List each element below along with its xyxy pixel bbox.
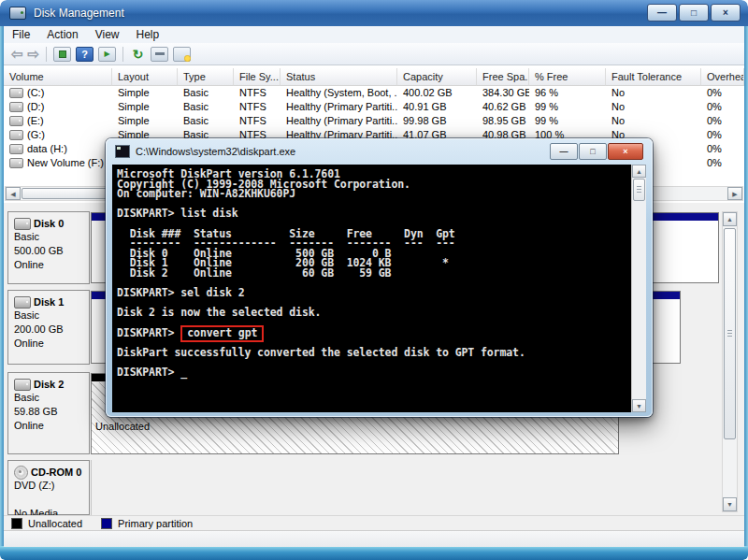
cdrom-icon [14,466,28,480]
disk1-label-panel[interactable]: Disk 1 Basic 200.00 GB Online [7,290,90,365]
disk2-label-panel[interactable]: Disk 2 Basic 59.88 GB Online [7,372,90,454]
column-header-capacity[interactable]: Capacity [397,68,477,86]
unallocated-region-label: Unallocated [95,421,150,432]
column-header-type[interactable]: Type [178,68,234,86]
scroll-right-icon[interactable]: ▶ [727,187,742,200]
help-icon[interactable]: ? [76,47,94,62]
column-header-fault-tolerance[interactable]: Fault Tolerance [606,68,701,86]
menu-view[interactable]: View [87,28,128,41]
disk0-label-panel[interactable]: Disk 0 Basic 500.00 GB Online [7,211,90,284]
console-convert-line: DISKPART> convert gpt [117,328,622,338]
disk-icon [14,218,31,230]
console-vscrollbar[interactable]: ▲ ▼ [631,165,646,412]
minimize-button[interactable]: — [647,4,677,22]
refresh-icon[interactable]: ↻ [130,48,146,61]
diskpart-titlebar[interactable]: C:\Windows\system32\diskpart.exe [115,145,295,158]
primary-partition-legend-swatch [101,518,112,529]
diskpart-minimize-button[interactable]: — [550,143,578,160]
column-header-overhead[interactable]: Overhead [701,68,744,86]
window-border-bottom [0,546,748,560]
cdrom-region-divider [91,460,92,515]
scroll-up-icon[interactable]: ▲ [632,165,646,178]
diskpart-window[interactable]: C:\Windows\system32\diskpart.exe — □ × M… [106,138,653,417]
scroll-down-icon[interactable]: ▼ [723,497,737,511]
volume-icon [9,102,23,112]
volume-icon [9,144,23,154]
column-header-volume[interactable]: Volume [4,68,112,86]
close-button[interactable]: × [711,4,741,22]
console-play-icon[interactable]: ▶ [98,47,116,62]
volume-icon [9,88,23,98]
forward-icon[interactable]: ⇨ [28,47,40,61]
toolbar: ⇦ ⇨ ? ▶ ↻ [4,43,744,65]
convert-gpt-highlight-box: convert gpt [180,325,264,342]
column-header-filesystem[interactable]: File Sy... [234,68,280,86]
column-header-pct-free[interactable]: % Free [529,68,606,86]
menu-bar: File Action View Help [4,26,744,44]
window-title: Disk Management [34,7,124,20]
console-window-icon[interactable] [53,47,71,62]
primary-partition-legend-label: Primary partition [118,518,193,529]
scroll-up-icon[interactable]: ▲ [723,212,737,226]
scroll-down-icon[interactable]: ▼ [632,399,646,412]
column-header-free-space[interactable]: Free Spa... [477,68,529,86]
volume-icon [9,158,23,168]
console-icon [115,145,130,158]
status-bar [4,530,744,547]
unallocated-legend-swatch [11,518,22,529]
main-titlebar[interactable]: Disk Management — □ × [0,0,748,27]
vscroll-thumb[interactable] [724,228,736,439]
disk-properties-icon[interactable] [151,47,168,62]
menu-help[interactable]: Help [128,28,168,41]
volume-icon [9,130,23,140]
diskpart-close-button[interactable]: × [608,143,643,160]
disk-settings-icon[interactable] [173,47,191,62]
diskpart-maximize-button[interactable]: □ [579,143,607,160]
console-scroll-thumb[interactable] [633,179,645,201]
menu-action[interactable]: Action [38,28,86,41]
legend-bar: Unallocated Primary partition [4,515,744,530]
table-row[interactable]: (E:) SimpleBasic NTFSHealthy (Primary Pa… [4,114,744,128]
disk-icon [14,379,31,391]
maximize-button[interactable]: □ [679,4,709,22]
console-output-area[interactable]: Microsoft DiskPart version 6.1.7601 Copy… [112,165,646,412]
disk-icon [14,296,31,309]
back-icon[interactable]: ⇦ [11,47,23,61]
volume-table-header: Volume Layout Type File Sy... Status Cap… [4,68,744,86]
toolbar-separator [122,47,123,62]
column-header-status[interactable]: Status [280,68,397,86]
toolbar-separator [46,47,47,62]
unallocated-legend-label: Unallocated [28,518,82,529]
disk-management-window: Disk Management — □ × File Action View H… [0,0,748,560]
disk-pane-vscrollbar[interactable]: ▲ ▼ [722,211,738,512]
table-row[interactable]: (C:) SimpleBasic NTFSHealthy (System, Bo… [4,86,744,100]
console-result-output: DiskPart successfully converted the sele… [117,348,622,378]
console-text: Microsoft DiskPart version 6.1.7601 Copy… [117,169,622,377]
table-row[interactable]: (D:) SimpleBasic NTFSHealthy (Primary Pa… [4,100,744,114]
diskpart-window-title: C:\Windows\system32\diskpart.exe [136,146,295,157]
scroll-left-icon[interactable]: ◀ [6,187,21,200]
menu-file[interactable]: File [4,28,38,41]
volume-icon [9,116,23,126]
column-header-layout[interactable]: Layout [112,68,178,86]
window-border-right [744,26,748,550]
disk-management-icon [9,7,26,20]
console-boot-output: Microsoft DiskPart version 6.1.7601 Copy… [117,169,622,318]
cdrom0-label-panel[interactable]: CD-ROM 0 DVD (Z:) No Media [7,460,90,515]
